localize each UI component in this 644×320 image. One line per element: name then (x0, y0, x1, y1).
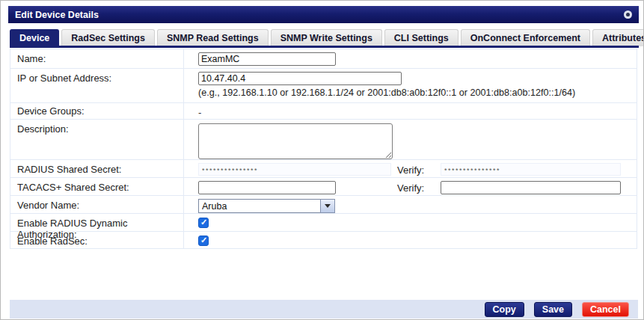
tacacs-verify-label: Verify: (397, 182, 424, 194)
name-input[interactable] (198, 52, 336, 66)
dynamic-authorization-checkbox[interactable] (198, 218, 209, 228)
radius-secret-label: RADIUS Shared Secret: (10, 160, 183, 175)
radius-secret-input[interactable] (198, 163, 391, 176)
vendor-dropdown[interactable] (198, 199, 637, 213)
radius-verify-label: Verify: (397, 164, 424, 176)
save-button[interactable]: Save (534, 302, 572, 317)
device-groups-label: Device Groups: (10, 103, 183, 117)
vendor-row: Vendor Name: (10, 196, 637, 214)
description-row: Description: (10, 120, 637, 160)
ip-hint: (e.g., 192.168.1.10 or 192.168.1.1/24 or… (198, 87, 637, 98)
name-row: Name: (10, 49, 637, 69)
tab-onconnect-enforcement[interactable]: OnConnect Enforcement (461, 29, 590, 46)
dialog-title: Edit Device Details (15, 10, 99, 20)
dynamic-authorization-row: Enable RADIUS Dynamic Authorization: (10, 214, 637, 232)
description-textarea[interactable] (198, 123, 393, 159)
copy-button[interactable]: Copy (485, 302, 524, 317)
enable-radsec-checkbox[interactable] (198, 236, 209, 246)
device-form: Name: IP or Subnet Address: (e.g., 192.1… (10, 49, 637, 249)
dialog-footer: Copy Save Cancel (10, 300, 638, 319)
radius-secret-row: RADIUS Shared Secret: Verify: (10, 160, 637, 178)
tacacs-secret-row: TACACS+ Shared Secret: Verify: (10, 178, 637, 196)
tacacs-secret-input[interactable] (198, 181, 336, 194)
tab-snmp-write-settings[interactable]: SNMP Write Settings (271, 29, 382, 46)
dropdown-arrow-button[interactable] (320, 199, 335, 213)
close-icon[interactable] (624, 10, 632, 19)
tacacs-verify-input[interactable] (441, 181, 621, 194)
ip-input[interactable] (198, 72, 402, 85)
device-groups-value: - (198, 105, 637, 118)
dialog-titlebar: Edit Device Details (8, 6, 639, 23)
ip-label: IP or Subnet Address: (10, 69, 183, 84)
tab-snmp-read-settings[interactable]: SNMP Read Settings (157, 29, 269, 46)
tab-attributes[interactable]: Attributes (592, 29, 644, 46)
chevron-down-icon (325, 204, 331, 208)
tacacs-secret-label: TACACS+ Shared Secret: (10, 178, 183, 193)
tab-radsec-settings[interactable]: RadSec Settings (61, 29, 155, 46)
cancel-button[interactable]: Cancel (582, 302, 629, 317)
enable-radsec-label: Enable RadSec: (10, 232, 183, 247)
tab-bar: Device RadSec Settings SNMP Read Setting… (10, 28, 644, 46)
tab-cli-settings[interactable]: CLI Settings (384, 29, 459, 46)
name-label: Name: (10, 49, 183, 64)
ip-row: IP or Subnet Address: (e.g., 192.168.1.1… (10, 69, 637, 103)
radius-verify-input[interactable] (441, 163, 621, 176)
enable-radsec-row: Enable RadSec: (10, 232, 637, 249)
vendor-selected-value[interactable] (198, 199, 320, 213)
tab-device[interactable]: Device (10, 29, 59, 46)
edit-device-details-dialog: Edit Device Details Device RadSec Settin… (0, 0, 644, 320)
device-groups-row: Device Groups: - (10, 103, 637, 120)
tab-underline (10, 46, 639, 48)
description-label: Description: (10, 120, 183, 135)
vendor-label: Vendor Name: (10, 196, 183, 211)
